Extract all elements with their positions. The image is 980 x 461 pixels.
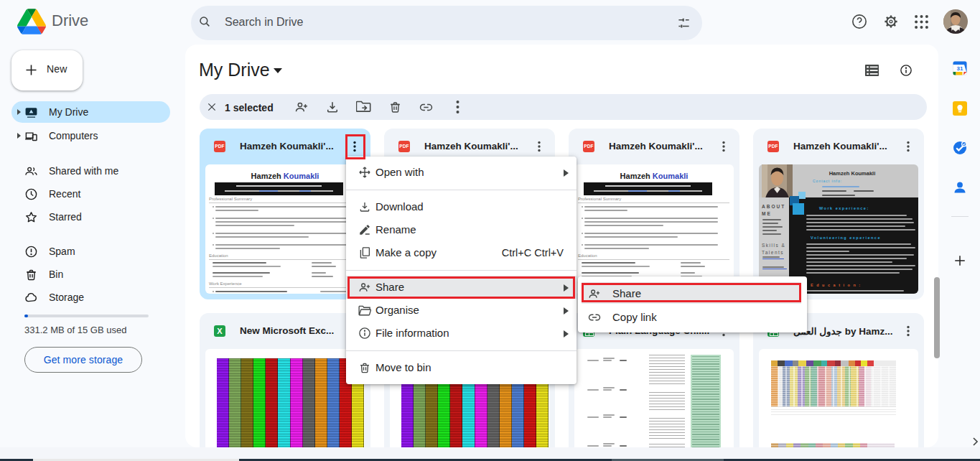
svg-text:31: 31 bbox=[957, 65, 963, 72]
